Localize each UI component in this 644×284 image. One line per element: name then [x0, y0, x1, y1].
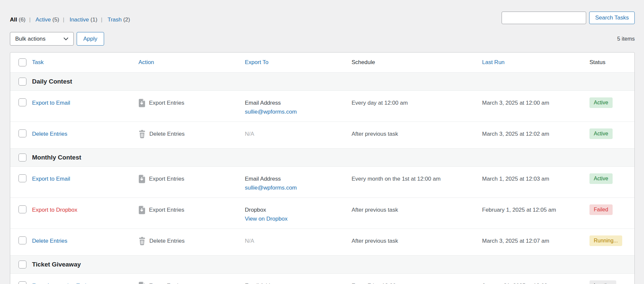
table-row: Export to Dropbox Export Entries Dropbox… — [10, 197, 634, 229]
schedule-cell: Every day at 12:00 am — [352, 91, 482, 122]
last-run-cell: January 31, 2025 at 12:03 am — [482, 274, 589, 284]
filter-link[interactable]: Active (5) — [35, 17, 59, 23]
search-input[interactable] — [502, 12, 586, 24]
export-primary: Dropbox — [245, 205, 352, 214]
group-header-row: Daily Contest — [10, 72, 634, 90]
items-count: 5 items — [617, 36, 635, 42]
sortable-column-link[interactable]: Last Run — [482, 59, 505, 65]
group-header-row: Ticket Giveaway — [10, 255, 634, 273]
last-run-cell: February 1, 2025 at 12:05 am — [482, 198, 589, 229]
last-run-cell: March 3, 2025 at 12:07 am — [482, 229, 589, 255]
trash-icon — [138, 130, 146, 141]
table-header-row: Task Action Export To Schedule Last Run … — [10, 53, 634, 72]
apply-button[interactable]: Apply — [77, 32, 104, 46]
group-title: Monthly Contest — [32, 154, 634, 161]
group-checkbox[interactable] — [19, 154, 26, 161]
column-header: Last Run — [482, 59, 589, 66]
bulk-actions-select[interactable]: Bulk actions — [10, 32, 74, 46]
schedule-cell: After previous task — [352, 198, 482, 229]
export-primary: N/A — [245, 236, 352, 245]
export-primary: Email Address — [245, 281, 352, 284]
schedule-cell: After previous task — [352, 122, 482, 148]
column-header: Schedule — [352, 59, 482, 66]
filter-link[interactable]: Trash (2) — [107, 17, 130, 23]
file-export-icon — [138, 206, 145, 217]
column-header: Task — [32, 59, 138, 66]
table-row: Delete Entries Delete Entries N/A After … — [10, 122, 634, 148]
task-name-link[interactable]: Export to Email — [32, 100, 70, 106]
action-label: Export Entries — [149, 174, 184, 183]
top-bar: All (6)| Active (5)| Inactive (1)| Trash… — [10, 0, 635, 24]
export-primary: N/A — [245, 129, 352, 138]
row-checkbox[interactable] — [19, 98, 26, 106]
export-secondary-link[interactable]: sullie@wpforms.com — [245, 185, 297, 191]
filter-separator: | — [101, 17, 102, 23]
schedule-cell: After previous task — [352, 229, 482, 255]
table-row: Export to Email Export Entries Email Add… — [10, 166, 634, 197]
sortable-column-link[interactable]: Export To — [245, 59, 269, 65]
status-badge: Failed — [589, 204, 613, 215]
table-body: Daily Contest Export to Email Export Ent… — [10, 72, 634, 284]
last-run-cell: March 1, 2025 at 12:03 am — [482, 167, 589, 197]
filter-separator: | — [29, 17, 30, 23]
task-name-link[interactable]: Delete Entries — [32, 131, 67, 137]
chevron-down-icon — [63, 36, 69, 42]
action-label: Delete Entries — [149, 129, 185, 138]
column-header: Action — [138, 59, 245, 66]
filter-separator: | — [63, 17, 64, 23]
task-name-link[interactable]: Entry Automation Task — [32, 283, 88, 284]
action-label: Export Entries — [149, 98, 184, 107]
column-header: Export To — [245, 59, 352, 66]
tasks-table: Task Action Export To Schedule Last Run … — [10, 52, 635, 284]
export-secondary-link[interactable]: sullie@wpforms.com — [245, 109, 297, 115]
task-name-link[interactable]: Export to Dropbox — [32, 207, 77, 213]
export-secondary-link[interactable]: View on Dropbox — [245, 216, 287, 222]
trash-icon — [138, 237, 146, 248]
bulk-actions-selected-value: Bulk actions — [15, 36, 46, 42]
sortable-column-link[interactable]: Action — [138, 59, 154, 65]
file-export-icon — [138, 175, 145, 186]
action-label: Export Entries — [149, 205, 184, 214]
task-name-link[interactable]: Delete Entries — [32, 238, 67, 244]
group-title: Daily Contest — [32, 78, 634, 85]
export-primary: Email Address — [245, 98, 352, 107]
group-checkbox[interactable] — [19, 261, 26, 268]
filter-link[interactable]: All (6) — [10, 17, 25, 23]
status-badge: Active — [589, 128, 613, 139]
action-label: Export Entries — [149, 281, 184, 284]
action-label: Delete Entries — [149, 236, 185, 245]
group-title: Ticket Giveaway — [32, 261, 634, 268]
file-export-icon — [138, 99, 145, 110]
last-run-cell: March 3, 2025 at 12:00 am — [482, 91, 589, 122]
row-checkbox[interactable] — [19, 205, 26, 213]
sortable-column-link[interactable]: Task — [32, 59, 44, 65]
row-checkbox[interactable] — [19, 129, 26, 137]
file-export-icon — [138, 282, 145, 284]
status-badge: Inactive — [589, 280, 616, 284]
table-row: Delete Entries Delete Entries N/A After … — [10, 229, 634, 255]
table-row: Entry Automation Task Export Entries Ema… — [10, 273, 634, 284]
filter-link[interactable]: Inactive (1) — [69, 17, 97, 23]
column-header: Status — [589, 59, 634, 66]
search-area: Search Tasks — [502, 12, 635, 24]
status-badge: Active — [589, 173, 613, 184]
row-checkbox[interactable] — [19, 174, 26, 182]
select-all-checkbox[interactable] — [19, 58, 26, 66]
table-toolbar: Bulk actions Apply 5 items — [10, 32, 635, 46]
table-row: Export to Email Export Entries Email Add… — [10, 90, 634, 122]
schedule-cell: Every Fri at 12:00 am — [352, 274, 482, 284]
row-checkbox[interactable] — [19, 236, 26, 244]
group-header-row: Monthly Contest — [10, 148, 634, 166]
export-primary: Email Address — [245, 174, 352, 183]
last-run-cell: March 3, 2025 at 12:02 am — [482, 122, 589, 148]
status-badge: Active — [589, 97, 613, 108]
schedule-cell: Every month on the 1st at 12:00 am — [352, 167, 482, 197]
search-tasks-button[interactable]: Search Tasks — [589, 12, 635, 24]
task-name-link[interactable]: Export to Email — [32, 176, 70, 182]
row-checkbox[interactable] — [19, 281, 26, 284]
status-badge: Running... — [589, 235, 622, 246]
group-checkbox[interactable] — [19, 78, 26, 86]
status-filter-links: All (6)| Active (5)| Inactive (1)| Trash… — [10, 17, 130, 23]
